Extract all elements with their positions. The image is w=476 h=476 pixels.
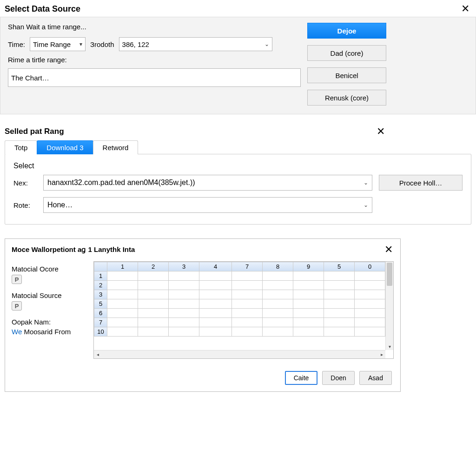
cell[interactable] <box>199 327 232 337</box>
cell[interactable] <box>355 309 385 318</box>
caite-button[interactable]: Caite <box>285 371 317 385</box>
cell[interactable] <box>107 318 138 327</box>
row-header[interactable]: 6 <box>94 309 107 318</box>
scroll-down-icon[interactable]: ▾ <box>386 343 393 350</box>
p-badge-button[interactable]: P <box>12 275 22 284</box>
cell[interactable] <box>232 309 263 318</box>
cell[interactable] <box>169 318 199 327</box>
row-header[interactable]: 3 <box>94 290 107 299</box>
cell[interactable] <box>199 271 232 281</box>
cell[interactable] <box>199 309 232 318</box>
doen-button[interactable]: Doen <box>322 371 355 385</box>
col-header[interactable]: 4 <box>199 262 232 271</box>
renusk-core-button[interactable]: Renusk (core) <box>307 90 386 106</box>
cell[interactable] <box>138 318 169 327</box>
cell[interactable] <box>199 299 232 309</box>
sheet-table[interactable]: 1 2 3 4 7 8 9 5 0 12356710 <box>94 262 385 337</box>
row-header[interactable]: 2 <box>94 281 107 290</box>
asad-button[interactable]: Asad <box>359 371 392 385</box>
cell[interactable] <box>169 309 199 318</box>
col-header[interactable]: 1 <box>107 262 138 271</box>
cell[interactable] <box>293 299 324 309</box>
cell[interactable] <box>169 281 199 290</box>
cell[interactable] <box>263 290 293 299</box>
cell[interactable] <box>138 309 169 318</box>
tab-retword[interactable]: Retword <box>93 140 139 154</box>
nex-dropdown[interactable]: hanaxnt32.com.pad.ted anen0M4(385w.jet.)… <box>43 175 372 191</box>
cell[interactable] <box>263 327 293 337</box>
cell[interactable] <box>324 271 355 281</box>
cell[interactable] <box>138 299 169 309</box>
cell[interactable] <box>138 290 169 299</box>
cell[interactable] <box>293 309 324 318</box>
cell[interactable] <box>324 309 355 318</box>
cell[interactable] <box>232 299 263 309</box>
cell[interactable] <box>263 309 293 318</box>
cell[interactable] <box>293 271 324 281</box>
scroll-thumb[interactable] <box>387 263 392 286</box>
cell[interactable] <box>169 299 199 309</box>
procee-holl-button[interactable]: Procee Holl… <box>379 175 463 191</box>
cell[interactable] <box>232 318 263 327</box>
cell[interactable] <box>107 281 138 290</box>
cell[interactable] <box>263 271 293 281</box>
cell[interactable] <box>107 309 138 318</box>
col-header[interactable]: 2 <box>138 262 169 271</box>
cell[interactable] <box>107 299 138 309</box>
benicel-button[interactable]: Benicel <box>307 67 386 83</box>
cell[interactable] <box>355 327 385 337</box>
cell[interactable] <box>293 318 324 327</box>
time-dropdown[interactable]: Time Range ▾ <box>30 37 86 51</box>
cell[interactable] <box>232 290 263 299</box>
tab-download[interactable]: Download 3 <box>37 140 93 154</box>
cell[interactable] <box>107 271 138 281</box>
cell[interactable] <box>324 299 355 309</box>
col-header[interactable]: 3 <box>169 262 199 271</box>
cell[interactable] <box>232 327 263 337</box>
cell[interactable] <box>232 281 263 290</box>
cell[interactable] <box>293 281 324 290</box>
cell[interactable] <box>232 271 263 281</box>
cell[interactable] <box>355 281 385 290</box>
cell[interactable] <box>199 281 232 290</box>
cell[interactable] <box>263 281 293 290</box>
cell[interactable] <box>293 327 324 337</box>
cell[interactable] <box>138 271 169 281</box>
cell[interactable] <box>138 327 169 337</box>
cell[interactable] <box>169 271 199 281</box>
col-header[interactable]: 0 <box>355 262 385 271</box>
tab-totp[interactable]: Totp <box>5 140 37 154</box>
rote-dropdown[interactable]: Hone… ⌄ <box>43 197 372 213</box>
chart-text-input[interactable]: The Chart… <box>8 68 301 87</box>
close-icon[interactable]: ✕ <box>458 3 472 15</box>
cell[interactable] <box>355 290 385 299</box>
vertical-scrollbar[interactable]: ▴ ▾ <box>385 262 393 350</box>
dad-core-button[interactable]: Dad (core) <box>307 45 386 61</box>
cell[interactable] <box>199 318 232 327</box>
cell[interactable] <box>324 327 355 337</box>
col-header[interactable]: 5 <box>324 262 355 271</box>
col-header[interactable]: 7 <box>232 262 263 271</box>
cell[interactable] <box>263 299 293 309</box>
cell[interactable] <box>355 271 385 281</box>
cell[interactable] <box>263 318 293 327</box>
cell[interactable] <box>199 290 232 299</box>
scroll-left-icon[interactable]: ◂ <box>94 352 101 357</box>
cell[interactable] <box>138 281 169 290</box>
cell[interactable] <box>355 318 385 327</box>
cell[interactable] <box>293 290 324 299</box>
cell[interactable] <box>324 290 355 299</box>
row-header[interactable]: 1 <box>94 271 107 281</box>
close-icon[interactable]: ✕ <box>374 126 388 138</box>
col-header[interactable]: 9 <box>293 262 324 271</box>
cell[interactable] <box>355 299 385 309</box>
row-header[interactable]: 10 <box>94 327 107 337</box>
cell[interactable] <box>107 290 138 299</box>
col-header[interactable]: 8 <box>263 262 293 271</box>
spreadsheet-grid[interactable]: 1 2 3 4 7 8 9 5 0 12356710 ▴ ▾ <box>93 261 394 359</box>
p-badge-button[interactable]: P <box>12 301 22 311</box>
cell[interactable] <box>324 281 355 290</box>
row-header[interactable]: 5 <box>94 299 107 309</box>
horizontal-scrollbar[interactable]: ◂ ▸ <box>94 350 385 358</box>
cell[interactable] <box>107 327 138 337</box>
